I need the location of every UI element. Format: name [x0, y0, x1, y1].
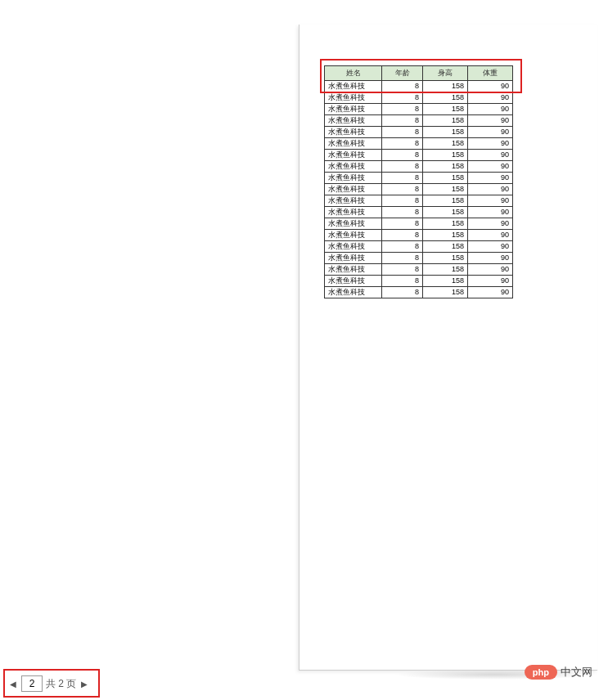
cell-height: 158	[423, 161, 468, 173]
cell-weight: 90	[468, 207, 513, 218]
table-row: 水煮鱼科技815890	[325, 127, 513, 138]
table-row: 水煮鱼科技815890	[325, 195, 513, 207]
prev-page-button[interactable]: ◀	[8, 676, 18, 691]
cell-weight: 90	[468, 150, 513, 161]
table-row: 水煮鱼科技815890	[325, 81, 513, 92]
table-row: 水煮鱼科技815890	[325, 287, 513, 298]
cell-height: 158	[423, 195, 468, 207]
table-row: 水煮鱼科技815890	[325, 115, 513, 127]
cell-height: 158	[423, 264, 468, 276]
header-height: 身高	[423, 66, 468, 81]
table-row: 水煮鱼科技815890	[325, 184, 513, 195]
cell-name: 水煮鱼科技	[325, 264, 382, 276]
cell-age: 8	[382, 253, 423, 264]
cell-weight: 90	[468, 230, 513, 241]
cell-name: 水煮鱼科技	[325, 184, 382, 195]
cell-name: 水煮鱼科技	[325, 81, 382, 92]
cell-age: 8	[382, 184, 423, 195]
cell-height: 158	[423, 92, 468, 104]
page-number-input[interactable]	[21, 675, 43, 692]
header-weight: 体重	[468, 66, 513, 81]
cell-name: 水煮鱼科技	[325, 161, 382, 173]
cell-age: 8	[382, 287, 423, 298]
cell-height: 158	[423, 253, 468, 264]
cell-weight: 90	[468, 276, 513, 287]
watermark-badge: php	[525, 665, 557, 680]
cell-height: 158	[423, 230, 468, 241]
cell-weight: 90	[468, 184, 513, 195]
cell-height: 158	[423, 184, 468, 195]
cell-age: 8	[382, 150, 423, 161]
cell-height: 158	[423, 138, 468, 150]
cell-height: 158	[423, 287, 468, 298]
header-age: 年龄	[382, 66, 423, 81]
cell-height: 158	[423, 241, 468, 253]
cell-name: 水煮鱼科技	[325, 195, 382, 207]
cell-weight: 90	[468, 104, 513, 115]
cell-weight: 90	[468, 81, 513, 92]
table-header-row: 姓名 年龄 身高 体重	[325, 66, 513, 81]
cell-name: 水煮鱼科技	[325, 150, 382, 161]
cell-age: 8	[382, 92, 423, 104]
table-row: 水煮鱼科技815890	[325, 104, 513, 115]
cell-weight: 90	[468, 115, 513, 127]
cell-age: 8	[382, 138, 423, 150]
cell-name: 水煮鱼科技	[325, 230, 382, 241]
cell-name: 水煮鱼科技	[325, 207, 382, 218]
cell-age: 8	[382, 81, 423, 92]
cell-height: 158	[423, 276, 468, 287]
cell-age: 8	[382, 241, 423, 253]
table-row: 水煮鱼科技815890	[325, 161, 513, 173]
cell-height: 158	[423, 81, 468, 92]
cell-height: 158	[423, 218, 468, 230]
cell-name: 水煮鱼科技	[325, 241, 382, 253]
cell-weight: 90	[468, 253, 513, 264]
cell-name: 水煮鱼科技	[325, 92, 382, 104]
pager: ◀ 共 2 页 ▶	[8, 675, 89, 692]
cell-name: 水煮鱼科技	[325, 127, 382, 138]
cell-height: 158	[423, 115, 468, 127]
cell-weight: 90	[468, 173, 513, 184]
watermark: php 中文网	[525, 665, 592, 680]
cell-weight: 90	[468, 264, 513, 276]
cell-name: 水煮鱼科技	[325, 115, 382, 127]
table-row: 水煮鱼科技815890	[325, 173, 513, 184]
cell-height: 158	[423, 104, 468, 115]
cell-height: 158	[423, 173, 468, 184]
table-row: 水煮鱼科技815890	[325, 276, 513, 287]
table-row: 水煮鱼科技815890	[325, 230, 513, 241]
cell-weight: 90	[468, 127, 513, 138]
cell-name: 水煮鱼科技	[325, 276, 382, 287]
cell-weight: 90	[468, 195, 513, 207]
cell-weight: 90	[468, 218, 513, 230]
table-row: 水煮鱼科技815890	[325, 218, 513, 230]
cell-age: 8	[382, 115, 423, 127]
cell-age: 8	[382, 127, 423, 138]
watermark-text: 中文网	[561, 665, 592, 680]
cell-weight: 90	[468, 161, 513, 173]
table-row: 水煮鱼科技815890	[325, 241, 513, 253]
table-row: 水煮鱼科技815890	[325, 92, 513, 104]
table-row: 水煮鱼科技815890	[325, 253, 513, 264]
cell-age: 8	[382, 218, 423, 230]
cell-age: 8	[382, 264, 423, 276]
cell-height: 158	[423, 150, 468, 161]
print-preview-page: 姓名 年龄 身高 体重 水煮鱼科技815890水煮鱼科技815890水煮鱼科技8…	[299, 25, 597, 671]
table-row: 水煮鱼科技815890	[325, 264, 513, 276]
cell-age: 8	[382, 173, 423, 184]
cell-weight: 90	[468, 287, 513, 298]
next-page-button[interactable]: ▶	[79, 676, 89, 691]
cell-age: 8	[382, 276, 423, 287]
table-row: 水煮鱼科技815890	[325, 150, 513, 161]
cell-name: 水煮鱼科技	[325, 287, 382, 298]
cell-name: 水煮鱼科技	[325, 218, 382, 230]
cell-height: 158	[423, 127, 468, 138]
cell-age: 8	[382, 195, 423, 207]
cell-name: 水煮鱼科技	[325, 104, 382, 115]
data-table: 姓名 年龄 身高 体重 水煮鱼科技815890水煮鱼科技815890水煮鱼科技8…	[324, 65, 513, 298]
cell-name: 水煮鱼科技	[325, 253, 382, 264]
cell-age: 8	[382, 161, 423, 173]
page-total-label: 共 2 页	[46, 677, 76, 691]
cell-weight: 90	[468, 241, 513, 253]
cell-weight: 90	[468, 92, 513, 104]
